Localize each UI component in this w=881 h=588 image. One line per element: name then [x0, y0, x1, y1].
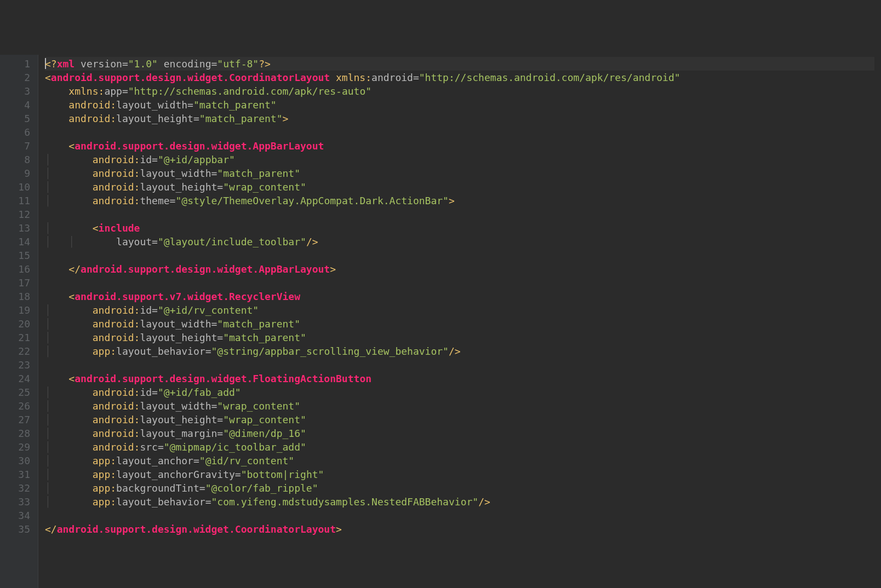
- code-token: =: [193, 113, 199, 124]
- code-token: "match_parent": [217, 318, 300, 330]
- code-line[interactable]: │ android:src="@mipmap/ic_toolbar_add": [45, 440, 874, 454]
- code-line[interactable]: │ android:layout_width="wrap_content": [45, 399, 874, 413]
- code-token: =: [217, 428, 223, 439]
- code-token: >: [336, 523, 342, 535]
- code-line[interactable]: xmlns:app="http://schemas.android.com/ap…: [45, 84, 874, 98]
- code-token: >: [283, 113, 289, 124]
- code-token: id: [140, 154, 152, 165]
- code-token: xmlns:: [68, 85, 104, 97]
- code-token: android:: [93, 195, 140, 206]
- line-number: 5: [2, 112, 30, 125]
- line-number: 23: [2, 358, 30, 372]
- code-editor[interactable]: 1234567891011121314151617181920212223242…: [0, 55, 881, 588]
- line-number: 4: [2, 98, 30, 112]
- code-token: android:: [93, 318, 140, 330]
- line-number: 14: [2, 235, 30, 249]
- code-token: layout_width: [116, 99, 187, 111]
- code-line[interactable]: [45, 249, 874, 262]
- code-line[interactable]: </android.support.design.widget.AppBarLa…: [45, 262, 874, 276]
- code-line[interactable]: <android.support.v7.widget.RecyclerView: [45, 290, 874, 303]
- indent-guide: │: [45, 168, 51, 179]
- code-token: "wrap_content": [217, 400, 300, 412]
- code-token: xmlns:: [336, 72, 371, 83]
- code-token: <: [68, 291, 75, 302]
- code-line[interactable]: [45, 125, 874, 139]
- code-line[interactable]: │ android:layout_width="match_parent": [45, 317, 874, 331]
- code-token: android:: [93, 332, 140, 343]
- code-line[interactable]: <android.support.design.widget.AppBarLay…: [45, 139, 874, 153]
- code-line[interactable]: │ android:layout_margin="@dimen/dp_16": [45, 426, 874, 440]
- code-line[interactable]: android:layout_height="match_parent">: [45, 112, 874, 125]
- code-line[interactable]: [45, 509, 874, 522]
- code-token: android: [371, 72, 413, 83]
- code-line[interactable]: │ android:layout_height="wrap_content": [45, 413, 874, 426]
- code-line[interactable]: │ android:layout_height="wrap_content": [45, 180, 874, 194]
- code-token: version: [81, 58, 122, 70]
- line-number: 21: [2, 331, 30, 344]
- indent-guide: │: [45, 441, 51, 453]
- code-token: id: [140, 387, 152, 398]
- line-number: 29: [2, 440, 30, 454]
- code-line[interactable]: <?xml version="1.0" encoding="utf-8"?>: [45, 57, 874, 71]
- code-token: =: [235, 469, 241, 480]
- code-token: "@+id/fab_add": [158, 387, 241, 398]
- code-line[interactable]: │ app:layout_anchorGravity="bottom|right…: [45, 468, 874, 481]
- indent-guide: │: [45, 469, 51, 480]
- code-token: =: [158, 441, 164, 453]
- code-token: "com.yifeng.mdstudysamples.NestedFABBeha…: [211, 496, 478, 508]
- code-line[interactable]: [45, 358, 874, 372]
- code-area[interactable]: <?xml version="1.0" encoding="utf-8"?><a…: [38, 55, 881, 588]
- code-token: layout_anchor: [116, 455, 193, 466]
- code-token: </: [68, 263, 81, 275]
- code-token: android:: [68, 113, 116, 124]
- code-token: android:: [93, 181, 140, 193]
- code-token: =: [152, 387, 158, 398]
- line-number: 26: [2, 399, 30, 413]
- code-token: android:: [93, 441, 140, 453]
- code-token: android:: [93, 304, 140, 316]
- code-line[interactable]: │ app:backgroundTint="@color/fab_ripple": [45, 481, 874, 495]
- code-line[interactable]: │ app:layout_behavior="com.yifeng.mdstud…: [45, 495, 874, 509]
- code-line[interactable]: │ android:theme="@style/ThemeOverlay.App…: [45, 194, 874, 207]
- code-line[interactable]: │ app:layout_anchor="@id/rv_content": [45, 454, 874, 468]
- indent-guide: │: [45, 482, 51, 494]
- code-token: "@dimen/dp_16": [223, 428, 306, 439]
- code-line[interactable]: │ android:id="@+id/rv_content": [45, 303, 874, 317]
- code-token: "http://schemas.android.com/apk/res/andr…: [419, 72, 680, 83]
- line-number: 27: [2, 413, 30, 426]
- code-line[interactable]: │ android:id="@+id/fab_add": [45, 385, 874, 399]
- code-line[interactable]: [45, 207, 874, 221]
- code-token: src: [140, 441, 158, 453]
- code-token: </: [45, 523, 57, 535]
- code-line[interactable]: </android.support.design.widget.Coordina…: [45, 522, 874, 536]
- code-token: =: [205, 345, 211, 357]
- code-token: android:: [93, 414, 140, 425]
- code-token: app:: [93, 455, 116, 466]
- code-line[interactable]: <android.support.design.widget.FloatingA…: [45, 372, 874, 385]
- code-line[interactable]: android:layout_width="match_parent": [45, 98, 874, 112]
- line-number: 8: [2, 153, 30, 166]
- code-token: "wrap_content": [223, 181, 306, 193]
- line-number-gutter: 1234567891011121314151617181920212223242…: [0, 55, 38, 588]
- indent-guide: │: [45, 181, 51, 193]
- code-token: "@mipmap/ic_toolbar_add": [164, 441, 306, 453]
- code-token: =: [217, 181, 223, 193]
- indent-guide: │: [45, 332, 51, 343]
- code-token: [158, 58, 164, 70]
- code-line[interactable]: │ <include: [45, 221, 874, 235]
- code-token: layout_behavior: [116, 496, 205, 508]
- line-number: 3: [2, 84, 30, 98]
- code-token: android:: [93, 387, 140, 398]
- code-line[interactable]: [45, 276, 874, 290]
- code-line[interactable]: <android.support.design.widget.Coordinat…: [45, 71, 874, 84]
- code-token: <: [68, 140, 75, 152]
- code-line[interactable]: │ android:layout_height="match_parent": [45, 331, 874, 344]
- code-line[interactable]: │ │ layout="@layout/include_toolbar"/>: [45, 235, 874, 249]
- line-number: 35: [2, 522, 30, 536]
- indent-guide: │: [45, 304, 51, 316]
- code-line[interactable]: │ android:layout_width="match_parent": [45, 166, 874, 180]
- code-line[interactable]: │ android:id="@+id/appbar": [45, 153, 874, 166]
- line-number: 13: [2, 221, 30, 235]
- code-line[interactable]: │ app:layout_behavior="@string/appbar_sc…: [45, 344, 874, 358]
- code-token: layout_anchorGravity: [116, 469, 235, 480]
